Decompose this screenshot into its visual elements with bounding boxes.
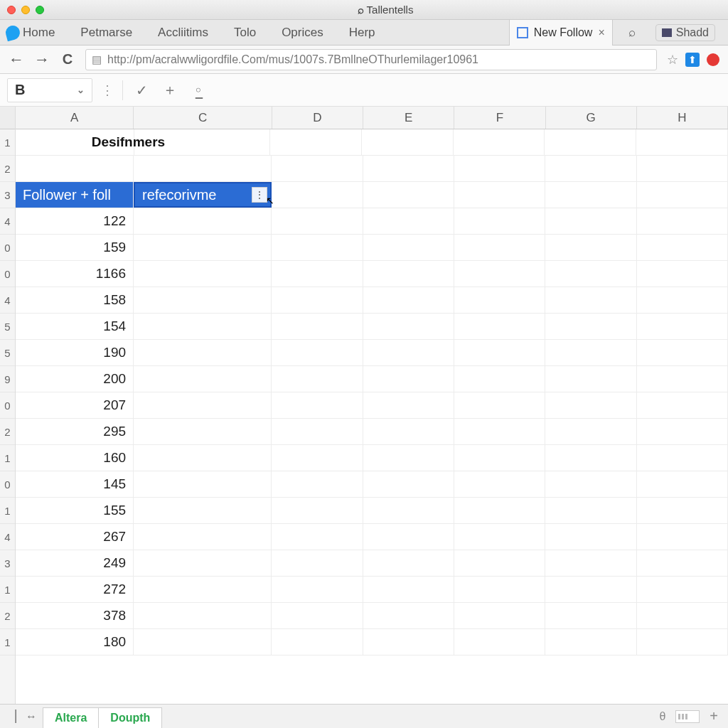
cell[interactable] <box>545 550 636 576</box>
cell[interactable] <box>637 261 728 287</box>
cell[interactable] <box>637 629 728 655</box>
sheet-tab-altera[interactable]: Altera <box>43 707 99 728</box>
cell[interactable] <box>363 235 454 260</box>
bookmark-accliitims[interactable]: Accliitims <box>145 20 221 45</box>
cell[interactable] <box>545 577 636 602</box>
cell[interactable] <box>545 129 636 155</box>
cell[interactable] <box>363 314 454 339</box>
cell[interactable] <box>454 498 545 523</box>
cell[interactable] <box>363 629 454 655</box>
row-header[interactable]: 4 <box>0 524 15 550</box>
cell[interactable] <box>545 261 636 287</box>
title-cell[interactable]: Desifnmers <box>92 129 270 155</box>
data-cell[interactable]: 159 <box>16 235 134 260</box>
cell[interactable] <box>454 471 545 497</box>
share-icon[interactable]: ⬆ <box>685 53 700 67</box>
row-header[interactable]: 1 <box>0 129 15 156</box>
cell[interactable] <box>272 314 363 339</box>
cell[interactable] <box>272 419 363 444</box>
cell[interactable] <box>362 129 454 155</box>
cell-menu-icon[interactable]: ⋮ <box>252 187 267 203</box>
row-header[interactable]: 1 <box>0 577 15 603</box>
cell[interactable] <box>272 603 363 628</box>
col-header-e[interactable]: E <box>363 107 454 129</box>
cell[interactable] <box>134 314 272 339</box>
address-input[interactable] <box>107 53 651 66</box>
data-cell[interactable]: 158 <box>16 287 134 313</box>
row-header[interactable]: 3 <box>0 550 15 577</box>
cell[interactable] <box>16 156 134 181</box>
data-cell[interactable]: 155 <box>16 498 134 523</box>
cell[interactable] <box>545 603 636 628</box>
cell[interactable] <box>637 340 728 365</box>
cell[interactable] <box>545 156 636 181</box>
sheet-prev-icon[interactable]: ↔︎ <box>26 710 37 723</box>
row-header[interactable]: 0 <box>0 261 15 287</box>
cell[interactable] <box>637 182 728 208</box>
data-cell[interactable]: 145 <box>16 471 134 497</box>
plus-icon[interactable]: ＋ <box>160 80 180 100</box>
cell[interactable] <box>454 314 545 339</box>
cell[interactable] <box>363 603 454 628</box>
data-cell[interactable]: 378 <box>16 603 134 628</box>
address-box[interactable]: ▤ <box>85 49 657 70</box>
cell[interactable] <box>363 392 454 418</box>
cell[interactable] <box>134 392 272 418</box>
row-header[interactable]: 1 <box>0 498 15 524</box>
cell[interactable] <box>134 208 272 234</box>
data-cell[interactable]: 160 <box>16 445 134 471</box>
row-header[interactable]: 1 <box>0 629 15 655</box>
row-header[interactable]: 0 <box>0 392 15 419</box>
data-cell[interactable]: 295 <box>16 419 134 444</box>
tab-new-follow[interactable]: New Follow × <box>509 20 613 45</box>
cell[interactable] <box>545 340 636 365</box>
cell[interactable] <box>545 629 636 655</box>
cell[interactable] <box>454 129 545 155</box>
menu-icon[interactable] <box>707 53 719 66</box>
cell[interactable] <box>272 392 363 418</box>
bookmark-tolo[interactable]: Tolo <box>221 20 269 45</box>
cell[interactable] <box>272 524 363 550</box>
cell[interactable] <box>637 498 728 523</box>
row-header[interactable]: 5 <box>0 340 15 366</box>
back-button[interactable]: ← <box>9 50 24 69</box>
cell[interactable] <box>454 235 545 260</box>
close-window-button[interactable] <box>7 6 16 14</box>
cell[interactable] <box>636 129 728 155</box>
row-header[interactable]: 5 <box>0 314 15 340</box>
bookmark-herp[interactable]: Herp <box>336 20 388 45</box>
cell[interactable] <box>272 629 363 655</box>
cell[interactable] <box>134 524 272 550</box>
row-header[interactable]: 0 <box>0 235 15 261</box>
cell[interactable] <box>454 182 545 208</box>
header-cell-refecorivme[interactable]: refecorivme⋮↖ <box>134 182 272 208</box>
cell[interactable] <box>545 471 636 497</box>
row-header[interactable]: 4 <box>0 287 15 314</box>
row-header[interactable]: 2 <box>0 419 15 445</box>
cell[interactable] <box>272 577 363 602</box>
cell[interactable] <box>454 419 545 444</box>
forward-button[interactable]: → <box>34 50 50 69</box>
col-header-a[interactable]: A <box>16 107 134 129</box>
cell[interactable] <box>272 550 363 576</box>
cell[interactable] <box>363 419 454 444</box>
data-cell[interactable]: 267 <box>16 524 134 550</box>
cell[interactable] <box>363 340 454 365</box>
person-icon[interactable]: ◦̲ <box>188 82 208 99</box>
cell[interactable] <box>637 524 728 550</box>
data-cell[interactable]: 207 <box>16 392 134 418</box>
cell[interactable] <box>134 340 272 365</box>
cell[interactable] <box>272 471 363 497</box>
cell[interactable] <box>637 392 728 418</box>
col-header-c[interactable]: C <box>134 107 272 129</box>
cell[interactable] <box>134 235 272 260</box>
cell[interactable] <box>134 287 272 313</box>
bookmark-home[interactable]: Home <box>0 20 68 45</box>
cell[interactable] <box>272 498 363 523</box>
row-header[interactable]: 1 <box>0 445 15 471</box>
col-header-f[interactable]: F <box>454 107 545 129</box>
cell[interactable] <box>134 156 272 181</box>
cell[interactable] <box>454 287 545 313</box>
cell[interactable] <box>454 340 545 365</box>
cell[interactable] <box>363 261 454 287</box>
